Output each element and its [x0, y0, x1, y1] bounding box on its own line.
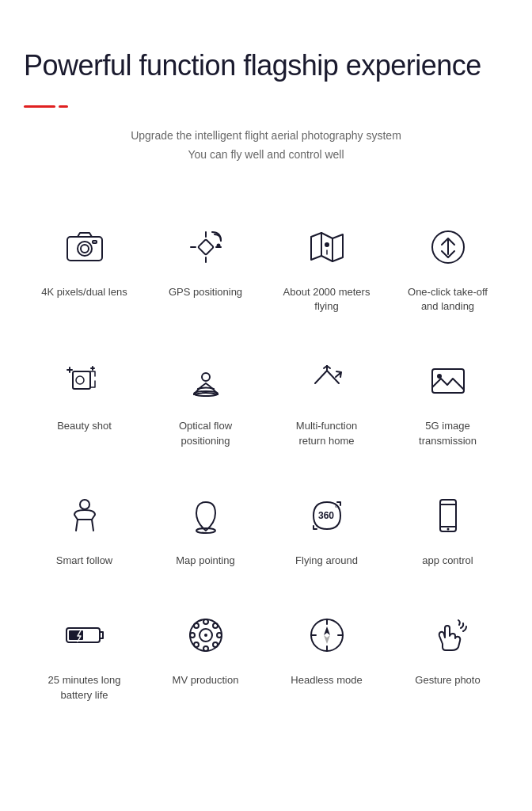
return-home-icon	[302, 356, 352, 406]
svg-point-48	[213, 623, 218, 628]
feature-label: Flying around	[295, 554, 358, 569]
svg-point-41	[204, 634, 207, 637]
svg-point-43	[203, 646, 208, 651]
svg-rect-25	[432, 369, 464, 393]
feature-return: Multi-function return home	[266, 337, 387, 471]
subtitle: Upgrade the intelligent flight aerial ph…	[24, 127, 508, 165]
film-icon	[180, 610, 231, 661]
optical-icon	[180, 356, 231, 406]
360-icon: 360 °	[302, 490, 352, 541]
feature-label: 4K pixels/dual lens	[41, 285, 127, 300]
feature-label: Headless mode	[291, 673, 362, 688]
feature-label: Smart follow	[56, 554, 113, 569]
phone-icon	[423, 490, 473, 541]
svg-point-9	[216, 243, 220, 247]
map-pin-icon	[180, 490, 231, 541]
feature-app: app control	[387, 471, 508, 591]
person-icon	[59, 490, 110, 541]
feature-label: app control	[422, 554, 473, 569]
feature-360: 360 ° Flying around	[266, 471, 387, 591]
svg-point-45	[217, 633, 222, 638]
beauty-icon	[59, 356, 110, 406]
svg-point-27	[80, 500, 89, 509]
main-title: Powerful function flagship experience	[24, 48, 508, 83]
svg-point-49	[194, 642, 199, 647]
satellite-icon	[180, 222, 231, 272]
svg-point-42	[203, 619, 208, 624]
svg-point-1	[78, 242, 92, 256]
feature-mv: MV production	[145, 591, 266, 725]
feature-label: Optical flow positioning	[162, 419, 249, 449]
svg-text:360: 360	[318, 510, 334, 521]
svg-rect-4	[198, 239, 214, 255]
gesture-icon	[423, 610, 473, 661]
feature-label: About 2000 meters flying	[283, 285, 370, 315]
feature-label: Gesture photo	[415, 673, 480, 688]
svg-point-36	[446, 527, 449, 530]
svg-point-44	[190, 633, 195, 638]
feature-map: Map pointing	[145, 471, 266, 591]
feature-gesture: Gesture photo	[387, 591, 508, 725]
svg-rect-3	[93, 241, 97, 243]
svg-text:°: °	[335, 504, 337, 512]
feature-beauty: Beauty shot	[24, 337, 145, 471]
feature-optical: Optical flow positioning	[145, 337, 266, 471]
feature-label: GPS positioning	[169, 285, 242, 300]
image-transmission-icon	[423, 356, 473, 406]
divider-long	[24, 105, 55, 108]
svg-point-2	[81, 245, 89, 253]
page: Powerful function flagship experience Up…	[0, 0, 532, 773]
svg-point-20	[202, 373, 210, 381]
feature-5g: 5G image transmission	[387, 337, 508, 471]
battery-icon	[59, 610, 110, 661]
camera-icon	[59, 222, 110, 272]
svg-marker-55	[324, 626, 330, 635]
svg-point-30	[202, 509, 210, 517]
svg-point-15	[76, 376, 84, 384]
takeoff-icon	[423, 222, 473, 272]
feature-label: Map pointing	[176, 554, 234, 569]
svg-marker-56	[324, 635, 330, 644]
divider	[24, 105, 508, 108]
svg-point-46	[194, 623, 199, 628]
feature-follow: Smart follow	[24, 471, 145, 591]
feature-label: One-click take-off and landing	[405, 285, 492, 315]
feature-takeoff: One-click take-off and landing	[387, 203, 508, 337]
feature-label: MV production	[173, 673, 239, 688]
map-icon	[302, 222, 352, 272]
feature-battery: 25 minutes long battery life	[24, 591, 145, 725]
feature-gps: GPS positioning	[145, 203, 266, 337]
feature-label: Beauty shot	[57, 419, 112, 434]
svg-rect-38	[69, 630, 83, 640]
svg-point-47	[213, 642, 218, 647]
feature-range: About 2000 meters flying	[266, 203, 387, 337]
feature-headless: Headless mode	[266, 591, 387, 725]
feature-4k-lens: 4K pixels/dual lens	[24, 203, 145, 337]
feature-label: Multi-function return home	[283, 419, 370, 449]
feature-label: 25 minutes long battery life	[41, 673, 128, 703]
svg-point-12	[325, 242, 329, 247]
compass-icon	[302, 610, 352, 661]
feature-label: 5G image transmission	[405, 419, 492, 449]
features-grid: 4K pixels/dual lens GPS positioning	[24, 203, 508, 725]
divider-short	[59, 105, 68, 108]
svg-point-26	[437, 374, 442, 379]
